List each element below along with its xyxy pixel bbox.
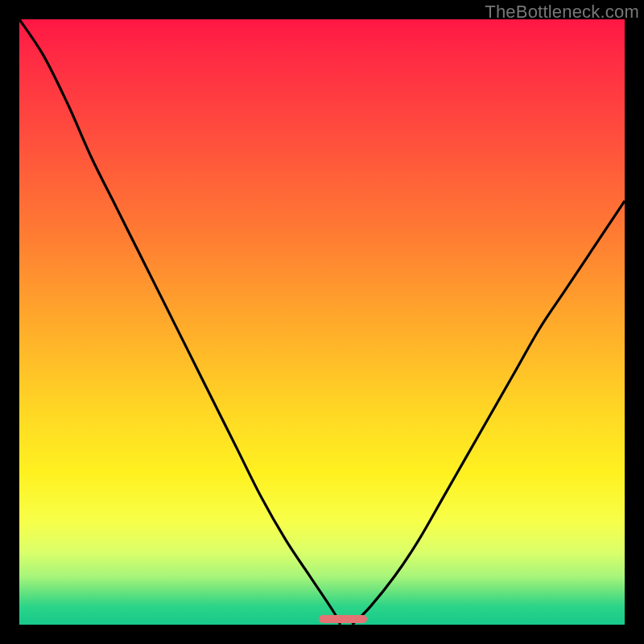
- optimum-marker: [319, 615, 367, 623]
- left-curve: [19, 19, 341, 625]
- right-curve: [353, 201, 625, 625]
- curve-layer: [19, 19, 625, 625]
- chart-frame: TheBottleneck.com: [0, 0, 644, 644]
- plot-area: [19, 19, 625, 625]
